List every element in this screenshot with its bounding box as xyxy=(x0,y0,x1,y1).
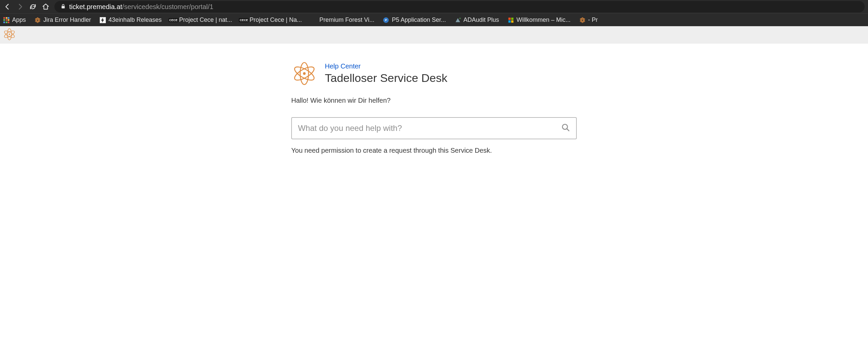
svg-rect-11 xyxy=(511,20,513,23)
bookmark-item[interactable]: Willkommen – Mic... xyxy=(508,16,571,24)
bookmark-label: Project Cece | Na... xyxy=(250,16,302,24)
help-center-link[interactable]: Help Center xyxy=(325,62,361,70)
bookmark-label: Premium Forest Vi... xyxy=(319,16,375,24)
portal-logo xyxy=(291,60,317,87)
lock-icon xyxy=(60,3,66,11)
browser-toolbar: ticket.premedia.at/servicedesk/customer/… xyxy=(0,0,868,13)
site-header-band xyxy=(0,26,868,44)
site-logo[interactable] xyxy=(3,28,16,42)
browser-chrome: ticket.premedia.at/servicedesk/customer/… xyxy=(0,0,868,26)
bookmark-label: Project Cece | nat... xyxy=(179,16,232,24)
bookmark-label: 43einhalb Releases xyxy=(108,16,162,24)
bookmark-favicon xyxy=(580,17,586,23)
svg-point-14 xyxy=(582,18,584,23)
svg-point-3 xyxy=(37,18,39,23)
svg-point-22 xyxy=(303,72,306,75)
svg-rect-8 xyxy=(508,18,510,20)
bookmark-favicon xyxy=(35,17,41,23)
bookmark-item[interactable]: 43einhalb Releases xyxy=(100,16,162,24)
bookmark-item[interactable]: Apps xyxy=(3,16,26,24)
greeting-text: Hallo! Wie können wir Dir helfen? xyxy=(291,97,577,104)
reload-icon xyxy=(29,3,37,10)
bookmark-favicon: CECE xyxy=(241,17,247,23)
bookmark-label: Apps xyxy=(12,16,26,24)
permission-message: You need permission to create a request … xyxy=(291,147,577,155)
bookmark-item[interactable]: CECEProject Cece | nat... xyxy=(170,16,232,24)
url-host: ticket.premedia.at xyxy=(69,3,122,10)
bookmark-favicon: CECE xyxy=(170,17,176,23)
bookmark-item[interactable]: CECEProject Cece | Na... xyxy=(241,16,302,24)
home-button[interactable] xyxy=(42,3,50,11)
search-icon xyxy=(561,123,570,133)
bookmark-favicon xyxy=(3,17,9,23)
home-icon xyxy=(42,3,50,10)
url-path: /servicedesk/customer/portal/1 xyxy=(122,3,213,10)
bookmark-item[interactable]: Premium Forest Vi... xyxy=(311,16,375,24)
bookmark-item[interactable]: Jira Error Handler xyxy=(35,16,91,24)
atom-icon xyxy=(3,28,16,41)
svg-rect-10 xyxy=(508,20,510,23)
bookmarks-bar: AppsJira Error Handler43einhalb Releases… xyxy=(0,13,868,26)
bookmark-label: Jira Error Handler xyxy=(43,16,91,24)
atom-icon xyxy=(291,60,317,87)
search-box[interactable] xyxy=(291,117,577,139)
bookmark-favicon xyxy=(508,17,514,23)
nav-forward-button[interactable] xyxy=(16,3,24,11)
bookmark-item[interactable]: PP5 Application Ser... xyxy=(383,16,446,24)
bookmark-favicon xyxy=(311,17,317,23)
bookmark-item[interactable]: +ADAudit Plus xyxy=(455,16,499,24)
bookmark-favicon: + xyxy=(455,17,461,23)
nav-back-button[interactable] xyxy=(3,3,11,11)
portal-container: Help Center Tadelloser Service Desk Hall… xyxy=(0,44,868,155)
bookmark-favicon xyxy=(100,17,106,23)
bookmark-favicon: P xyxy=(383,17,389,23)
arrow-right-icon xyxy=(17,3,24,10)
address-bar[interactable]: ticket.premedia.at/servicedesk/customer/… xyxy=(54,1,865,12)
bookmark-label: - Pr xyxy=(588,16,598,24)
bookmark-item[interactable]: - Pr xyxy=(580,16,598,24)
svg-text:P: P xyxy=(385,19,387,22)
service-desk-title: Tadelloser Service Desk xyxy=(325,71,447,85)
portal-header: Help Center Tadelloser Service Desk xyxy=(291,60,577,87)
bookmark-label: P5 Application Ser... xyxy=(392,16,446,24)
search-input[interactable] xyxy=(298,124,557,133)
bookmark-label: ADAudit Plus xyxy=(464,16,499,24)
svg-rect-0 xyxy=(61,6,64,8)
svg-text:+: + xyxy=(459,17,461,20)
bookmark-label: Willkommen – Mic... xyxy=(517,16,571,24)
arrow-left-icon xyxy=(4,3,11,10)
reload-button[interactable] xyxy=(29,3,37,11)
svg-rect-9 xyxy=(511,18,513,20)
svg-point-18 xyxy=(9,34,10,35)
